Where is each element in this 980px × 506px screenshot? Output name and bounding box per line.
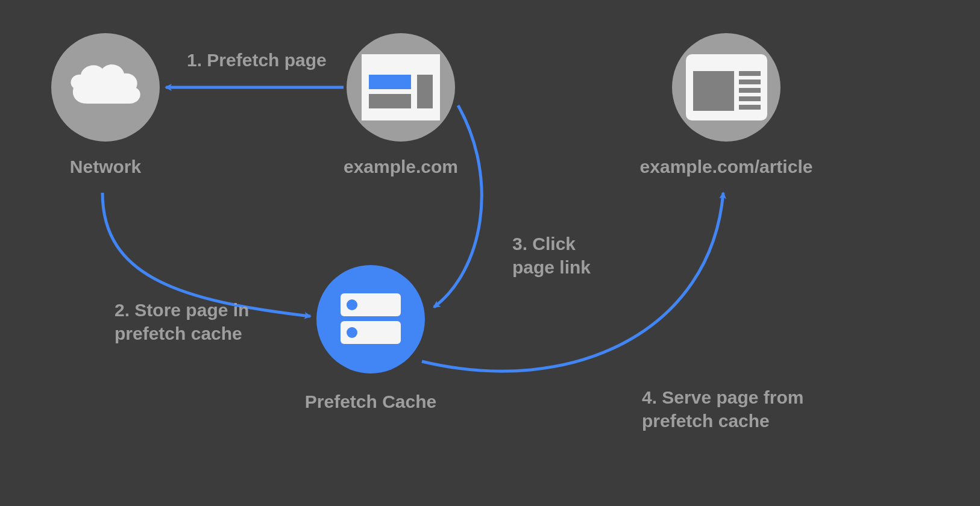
edge-label-prefetch: 1. Prefetch page [187, 48, 327, 72]
svg-rect-16 [739, 105, 761, 110]
node-cache [316, 265, 425, 373]
edge-label-store: 2. Store page in prefetch cache [115, 298, 249, 345]
label-example: example.com [325, 157, 476, 177]
edge-label-serve: 4. Serve page from prefetch cache [642, 386, 803, 433]
svg-rect-11 [693, 71, 734, 111]
node-article [672, 33, 781, 142]
arrow-serve [422, 193, 723, 371]
label-network: Network [51, 157, 160, 177]
edge-label-serve-l2: prefetch cache [642, 409, 803, 433]
svg-rect-12 [739, 71, 761, 76]
edge-label-store-l2: prefetch cache [115, 322, 249, 345]
node-example [347, 33, 455, 142]
article-icon [686, 54, 767, 120]
node-network [51, 33, 160, 142]
edge-label-click-l1: 3. Click [512, 232, 591, 255]
svg-rect-13 [739, 80, 761, 84]
label-cache: Prefetch Cache [295, 392, 446, 412]
diagram-stage: Network example.com [0, 0, 980, 506]
svg-point-20 [347, 327, 357, 338]
webpage-icon [362, 54, 440, 120]
cache-icon [338, 286, 404, 352]
cloud-icon [66, 60, 145, 114]
label-article: example.com/article [624, 157, 829, 177]
edge-label-serve-l1: 4. Serve page from [642, 386, 803, 409]
svg-point-18 [347, 299, 357, 310]
svg-rect-7 [369, 94, 411, 108]
svg-rect-14 [739, 88, 761, 93]
arrow-click [434, 105, 482, 307]
svg-rect-8 [417, 75, 433, 108]
svg-rect-15 [739, 96, 761, 101]
edge-label-click: 3. Click page link [512, 232, 591, 279]
edge-label-click-l2: page link [512, 255, 591, 279]
svg-rect-6 [369, 75, 411, 89]
edge-label-store-l1: 2. Store page in [115, 298, 249, 322]
svg-rect-4 [362, 54, 440, 67]
